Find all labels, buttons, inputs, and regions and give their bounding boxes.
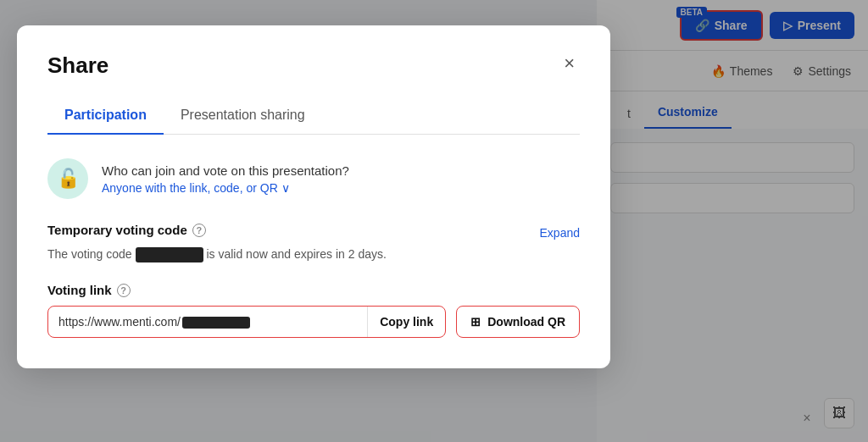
tab-presentation-sharing[interactable]: Presentation sharing: [164, 99, 322, 135]
chevron-down-icon: ∨: [281, 181, 290, 195]
tab-participation[interactable]: Participation: [47, 99, 164, 135]
modal-close-button[interactable]: ×: [559, 52, 580, 75]
modal-title: Share: [47, 52, 108, 79]
voting-code-section: Temporary voting code ? Expand The votin…: [47, 223, 580, 262]
lock-icon: 🔓: [47, 158, 88, 199]
voting-code-label: Temporary voting code ?: [47, 223, 206, 237]
voting-link-section: Voting link ? https://www.menti.com/ Cop…: [47, 283, 580, 338]
voting-link-label: Voting link ?: [47, 283, 580, 297]
voting-code-help-icon[interactable]: ?: [192, 224, 206, 237]
url-redacted: [182, 317, 250, 329]
voting-link-help-icon[interactable]: ?: [117, 284, 131, 297]
access-question: Who can join and vote on this presentati…: [102, 163, 349, 178]
voting-code-description: The voting code is valid now and expires…: [47, 247, 580, 262]
access-link[interactable]: Anyone with the link, code, or QR ∨: [102, 181, 349, 195]
expand-link[interactable]: Expand: [540, 226, 580, 240]
voting-code-header: Temporary voting code ? Expand: [47, 223, 580, 242]
modal-header: Share ×: [47, 52, 580, 79]
voting-link-row: https://www.menti.com/ Copy link ⊞ Downl…: [47, 306, 580, 338]
link-input-box: https://www.menti.com/ Copy link: [47, 306, 446, 338]
copy-link-button[interactable]: Copy link: [367, 307, 445, 337]
link-url: https://www.menti.com/: [58, 315, 367, 329]
redacted-code: [136, 247, 203, 262]
download-qr-button[interactable]: ⊞ Download QR: [456, 306, 580, 338]
access-text: Who can join and vote on this presentati…: [102, 163, 349, 195]
modal-tabs: Participation Presentation sharing: [47, 99, 580, 135]
qr-icon: ⊞: [470, 315, 481, 329]
access-row: 🔓 Who can join and vote on this presenta…: [47, 158, 580, 199]
share-modal: Share × Participation Presentation shari…: [17, 25, 610, 368]
